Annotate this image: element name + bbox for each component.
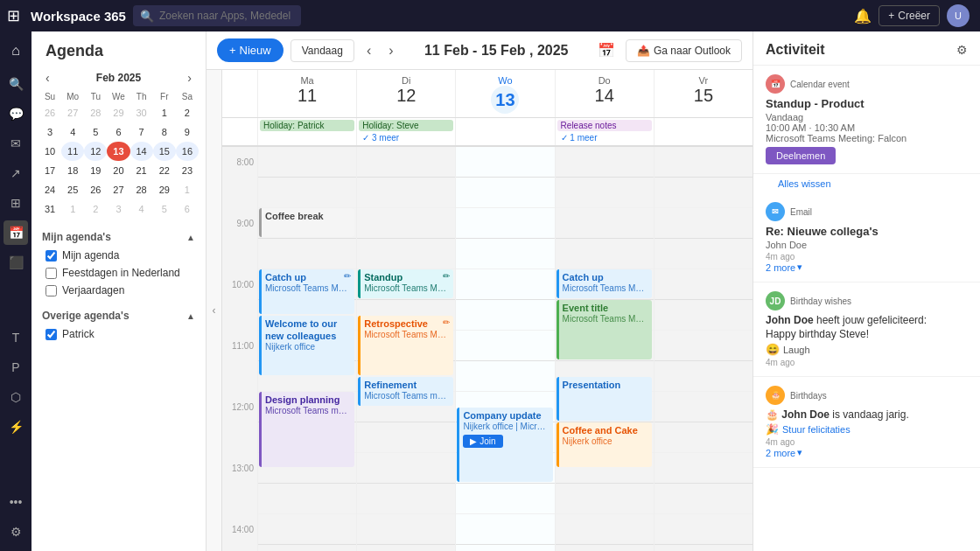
calendar-event-e8[interactable]: Design planningMicrosoft Teams meetingMi…	[259, 392, 354, 467]
nav-settings-icon[interactable]: ⚙	[4, 520, 28, 544]
wed-num[interactable]: 13	[491, 86, 519, 114]
user-avatar[interactable]: U	[947, 4, 970, 27]
mini-cal-day[interactable]: 13	[107, 142, 130, 161]
join-button-e11[interactable]: ▶ Join	[463, 435, 502, 448]
calendar-event-e11[interactable]: Company updateNijkerk office | Microsoft…	[457, 408, 552, 483]
calendar-event-e9[interactable]: RefinementMicrosoft Teams meeting	[358, 377, 453, 406]
deelnemen-button[interactable]: Deelnemen	[766, 147, 836, 164]
allday-event-release[interactable]: Release notes	[557, 120, 652, 131]
mini-cal-day[interactable]: 10	[38, 142, 61, 161]
stuur-felicitaties-button[interactable]: Stuur felicitaties	[782, 424, 850, 435]
mini-cal-day[interactable]: 20	[107, 161, 130, 180]
agenda-item-mijn[interactable]: Mijn agenda	[42, 247, 195, 264]
mini-cal-day[interactable]: 6	[107, 122, 130, 142]
mini-cal-day[interactable]: 5	[84, 122, 107, 142]
verjaardagen-checkbox[interactable]	[46, 285, 57, 296]
outlook-button[interactable]: 📤 Ga naar Outlook	[626, 39, 742, 62]
calendar-event-e6[interactable]: RetrospectiveMicrosoft Teams Meeting✏	[358, 316, 453, 375]
cal-prev-button[interactable]: ‹	[361, 41, 376, 60]
birthdays-more-button[interactable]: 2 more ▾	[766, 447, 968, 458]
mijn-agenda-checkbox[interactable]	[46, 250, 57, 262]
nav-grid-icon[interactable]: ⊞	[4, 191, 28, 215]
mini-cal-day[interactable]: 2	[84, 199, 107, 219]
mini-cal-day[interactable]: 8	[153, 122, 176, 142]
mini-cal-day[interactable]: 16	[176, 142, 199, 161]
calendar-event-e1[interactable]: Coffee break	[259, 208, 354, 237]
nav-share-icon[interactable]: ↗	[4, 161, 28, 185]
calendar-event-e12[interactable]: Coffee and CakeNijkerk office	[556, 422, 652, 467]
mini-cal-day[interactable]: 11	[61, 142, 84, 161]
mini-cal-day[interactable]: 22	[153, 161, 176, 180]
search-input[interactable]	[133, 5, 301, 26]
alles-wissen-button[interactable]: Alles wissen	[766, 175, 844, 192]
thu-num[interactable]: 14	[559, 86, 650, 106]
mini-cal-day[interactable]: 23	[176, 161, 199, 180]
mini-cal-day[interactable]: 12	[84, 142, 107, 161]
mini-cal-day[interactable]: 2	[176, 103, 199, 122]
allday-event-holiday-steve[interactable]: Holiday: Steve	[359, 120, 453, 131]
calendar-picker-button[interactable]: 📅	[594, 38, 619, 62]
mini-cal-next[interactable]: ›	[184, 69, 195, 87]
nav-github-icon[interactable]: ⬡	[4, 385, 28, 409]
agenda-item-patrick[interactable]: Patrick	[42, 325, 195, 343]
calendar-event-e2[interactable]: Catch upMicrosoft Teams Meet...✏	[259, 269, 354, 314]
feestdagen-checkbox[interactable]	[46, 268, 57, 279]
nav-pinterest-icon[interactable]: P	[4, 355, 28, 380]
mini-cal-day[interactable]: 1	[176, 180, 199, 199]
calendar-event-e7[interactable]: Event titleMicrosoft Teams Meeting	[556, 300, 652, 359]
mini-cal-prev[interactable]: ‹	[42, 69, 53, 87]
new-event-button[interactable]: + Nieuw	[217, 38, 284, 62]
email-more-button[interactable]: 2 more ▾	[766, 262, 968, 273]
agenda-item-verjaardagen[interactable]: Verjaardagen	[42, 282, 195, 299]
mini-cal-day[interactable]: 15	[153, 142, 176, 161]
agenda-item-feestdagen[interactable]: Feestdagen in Nederland	[42, 264, 195, 282]
mini-cal-day[interactable]: 27	[61, 103, 84, 122]
mini-cal-day[interactable]: 28	[84, 103, 107, 122]
nav-home-icon[interactable]: ⌂	[4, 38, 28, 63]
patrick-checkbox[interactable]	[46, 329, 57, 340]
nav-teams-icon[interactable]: T	[4, 325, 28, 350]
allday-more-tue[interactable]: ✓ 3 meer	[359, 132, 453, 143]
mini-cal-day[interactable]: 4	[130, 199, 153, 219]
scroll-area[interactable]: 8:009:0010:0011:0012:0013:0014:0015:0016…	[222, 147, 752, 551]
nav-mail-icon[interactable]: ✉	[4, 131, 28, 156]
allday-more-thu[interactable]: ✓ 1 meer	[557, 132, 652, 143]
calendar-event-e10[interactable]: Presentation	[556, 377, 652, 422]
mini-cal-day[interactable]: 1	[61, 199, 84, 219]
mini-cal-day[interactable]: 14	[130, 142, 153, 161]
mini-cal-day[interactable]: 25	[61, 180, 84, 199]
mini-cal-day[interactable]: 9	[176, 122, 199, 142]
mini-cal-day[interactable]: 4	[61, 122, 84, 142]
mini-cal-day[interactable]: 30	[130, 103, 153, 122]
mini-cal-day[interactable]: 1	[153, 103, 176, 122]
mini-cal-day[interactable]: 5	[153, 199, 176, 219]
edit-icon[interactable]: ✏	[443, 317, 450, 327]
mini-cal-day[interactable]: 28	[130, 180, 153, 199]
mini-cal-day[interactable]: 26	[38, 103, 61, 122]
collapse-panel[interactable]: ‹	[206, 70, 222, 551]
mini-cal-day[interactable]: 26	[84, 180, 107, 199]
mon-num[interactable]: 11	[262, 86, 353, 106]
edit-icon[interactable]: ✏	[443, 271, 450, 281]
mini-cal-day[interactable]: 27	[107, 180, 130, 199]
mini-cal-day[interactable]: 6	[176, 199, 199, 219]
nav-more-icon[interactable]: •••	[4, 490, 28, 514]
allday-event-holiday-patrick[interactable]: Holiday: Patrick	[260, 120, 354, 131]
mini-cal-day[interactable]: 18	[61, 161, 84, 180]
mini-cal-day[interactable]: 21	[130, 161, 153, 180]
overige-agendas-header[interactable]: Overige agenda's ▲	[42, 310, 195, 322]
nav-flow-icon[interactable]: ⚡	[4, 415, 28, 439]
mijn-agendas-header[interactable]: Mijn agenda's ▲	[42, 231, 195, 243]
tue-num[interactable]: 12	[360, 86, 452, 106]
mini-cal-day[interactable]: 29	[107, 103, 130, 122]
mini-cal-day[interactable]: 7	[130, 122, 153, 142]
calendar-event-e3[interactable]: StandupMicrosoft Teams Meeting✏	[358, 269, 453, 298]
mini-cal-day[interactable]: 17	[38, 161, 61, 180]
bell-icon[interactable]: 🔔	[854, 8, 872, 24]
calendar-event-e5[interactable]: Welcome to our new colleaguesNijkerk off…	[259, 316, 354, 375]
fri-num[interactable]: 15	[658, 86, 749, 106]
create-button[interactable]: + Creëer	[878, 5, 940, 26]
cal-next-button[interactable]: ›	[383, 41, 398, 60]
mini-cal-day[interactable]: 3	[38, 122, 61, 142]
nav-apps-icon[interactable]: ⬛	[4, 250, 28, 275]
